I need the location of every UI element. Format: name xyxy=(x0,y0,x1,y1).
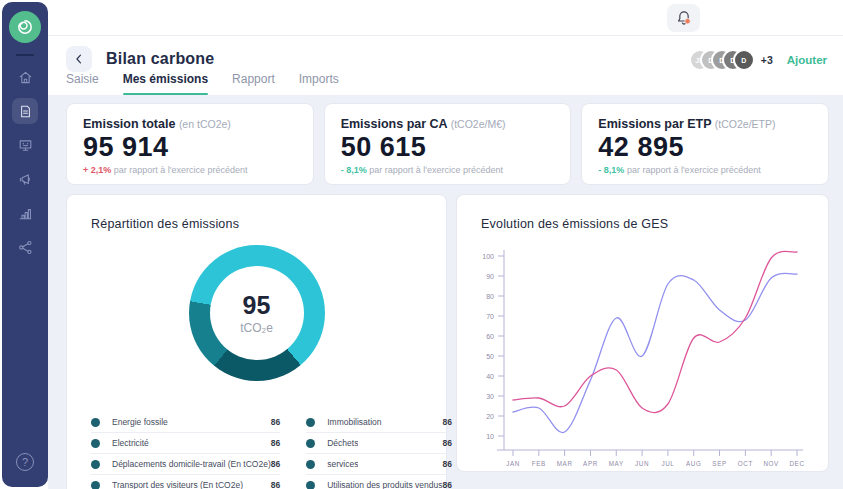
kpi-delta-text: par rapport à l'exercice précédent xyxy=(627,165,761,175)
sidebar-item-announcements[interactable] xyxy=(12,166,38,192)
legend-value: 86 xyxy=(443,480,452,489)
tab-mes-emissions[interactable]: Mes émissions xyxy=(123,72,208,95)
svg-text:20: 20 xyxy=(486,413,494,420)
svg-text:70: 70 xyxy=(486,313,494,320)
help-icon: ? xyxy=(22,456,28,468)
svg-text:10: 10 xyxy=(486,433,494,440)
legend-value: 86 xyxy=(271,459,280,469)
legend-value: 86 xyxy=(443,459,452,469)
sidebar-item-analytics[interactable] xyxy=(12,200,38,226)
repartition-card: Répartition des émissions 95 tCO₂e Energ… xyxy=(66,194,447,489)
donut-center: 95 tCO₂e xyxy=(210,266,304,360)
legend-label: Energie fossile xyxy=(112,417,168,427)
legend-label: Immobilisation xyxy=(327,417,381,427)
back-button[interactable] xyxy=(66,46,92,72)
legend-dot-icon xyxy=(306,460,315,469)
tab-rapport[interactable]: Rapport xyxy=(232,72,275,95)
legend-item: Energie fossile86 xyxy=(91,412,280,433)
axes xyxy=(497,250,803,450)
legend-dot-icon xyxy=(306,418,315,427)
legend-item: Electricité86 xyxy=(91,433,280,454)
add-collaborator-button[interactable]: Ajouter xyxy=(787,54,827,66)
kpi-title: Emissions par ETP (tCO2e/ETP) xyxy=(598,117,812,131)
help-button[interactable]: ? xyxy=(16,453,34,471)
page-title: Bilan carbone xyxy=(106,50,214,68)
svg-text:AUG: AUG xyxy=(686,460,701,467)
svg-text:DEC: DEC xyxy=(789,460,804,467)
svg-text:JUN: JUN xyxy=(635,460,649,467)
kpi-delta-text: par rapport à l'exercice précédent xyxy=(369,165,503,175)
legend-item: Transport des visiteurs (En tCO2e)86 xyxy=(91,475,280,489)
kpi-value: 42 895 xyxy=(598,132,812,163)
svg-text:60: 60 xyxy=(486,333,494,340)
app-window: ? Bilan carbone Saisie Mes émissions Rap… xyxy=(0,0,843,489)
legend-item: services86 xyxy=(306,454,452,475)
kpi-delta-percent: - 8,1% xyxy=(341,165,367,175)
main-content: Emission totale (en tCO2e) 95 914 + 2,1%… xyxy=(48,95,843,489)
sidebar-item-home[interactable] xyxy=(12,64,38,90)
legend-dot-icon xyxy=(91,481,100,489)
svg-text:30: 30 xyxy=(486,393,494,400)
legend-item: Utilisation des produits vendus86 xyxy=(306,475,452,489)
svg-text:FEB: FEB xyxy=(532,460,546,467)
avatar[interactable]: D xyxy=(733,49,755,71)
svg-text:MAR: MAR xyxy=(557,460,573,467)
kpi-delta-percent: + 2,1% xyxy=(83,165,111,175)
legend-value: 86 xyxy=(443,417,452,427)
svg-text:MAY: MAY xyxy=(609,460,624,467)
kpi-card-emission-totale: Emission totale (en tCO2e) 95 914 + 2,1%… xyxy=(66,103,314,185)
kpi-delta: - 8,1% par rapport à l'exercice précéden… xyxy=(598,165,812,175)
collaborators: JD D D D D +3 Ajouter xyxy=(689,49,827,71)
title-row: Bilan carbone xyxy=(66,46,214,72)
sidebar-item-organization[interactable] xyxy=(12,234,38,260)
sidebar-item-documents[interactable] xyxy=(12,98,38,124)
app-logo[interactable] xyxy=(9,11,41,43)
donut-legend: Energie fossile86Electricité86Déplacemen… xyxy=(91,412,422,489)
charts-row: Répartition des émissions 95 tCO₂e Energ… xyxy=(66,194,829,489)
avatars-more-count[interactable]: +3 xyxy=(761,54,773,66)
svg-text:90: 90 xyxy=(486,273,494,280)
presentation-icon xyxy=(17,137,34,154)
spiral-logo-icon xyxy=(13,15,37,39)
megaphone-icon xyxy=(17,171,34,188)
legend-item: Immobilisation86 xyxy=(306,412,452,433)
legend-value: 86 xyxy=(271,417,280,427)
tab-imports[interactable]: Imports xyxy=(299,72,339,95)
document-icon xyxy=(17,103,34,120)
line-series xyxy=(513,251,797,412)
tab-bar: Saisie Mes émissions Rapport Imports xyxy=(66,72,363,95)
legend-dot-icon xyxy=(91,460,100,469)
kpi-title: Emissions par CA (tCO2e/M€) xyxy=(341,117,555,131)
kpi-value: 95 914 xyxy=(83,132,297,163)
notifications-button[interactable] xyxy=(667,4,700,32)
kpi-row: Emission totale (en tCO2e) 95 914 + 2,1%… xyxy=(66,103,829,185)
ges-line-chart: 102030405060708090100JANFEBMARAPRMAYJUNJ… xyxy=(457,195,830,473)
svg-text:80: 80 xyxy=(486,293,494,300)
kpi-value: 50 615 xyxy=(341,132,555,163)
sidebar-item-presentation[interactable] xyxy=(12,132,38,158)
svg-text:SEP: SEP xyxy=(712,460,726,467)
donut-center-value: 95 xyxy=(243,291,271,320)
legend-item: Déchets86 xyxy=(306,433,452,454)
legend-label: Utilisation des produits vendus xyxy=(327,480,442,489)
kpi-unit: (en tCO2e) xyxy=(179,118,231,130)
notification-badge xyxy=(684,18,690,24)
organization-icon xyxy=(17,239,34,256)
sidebar-nav xyxy=(12,64,38,260)
sidebar: ? xyxy=(2,2,48,487)
topbar xyxy=(48,0,843,36)
svg-text:100: 100 xyxy=(482,253,494,260)
legend-dot-icon xyxy=(91,418,100,427)
bell-icon xyxy=(674,8,694,28)
svg-text:JAN: JAN xyxy=(506,460,520,467)
kpi-delta: - 8,1% par rapport à l'exercice précéden… xyxy=(341,165,555,175)
svg-text:OCT: OCT xyxy=(738,460,753,467)
legend-label: Transport des visiteurs (En tCO2e) xyxy=(112,480,243,489)
home-icon xyxy=(17,69,34,86)
legend-label: Electricité xyxy=(112,438,149,448)
kpi-unit: (tCO2e/ETP) xyxy=(715,118,776,130)
tab-saisie[interactable]: Saisie xyxy=(66,72,99,95)
chevron-left-icon xyxy=(72,52,86,66)
legend-dot-icon xyxy=(91,439,100,448)
legend-dot-icon xyxy=(306,481,315,489)
